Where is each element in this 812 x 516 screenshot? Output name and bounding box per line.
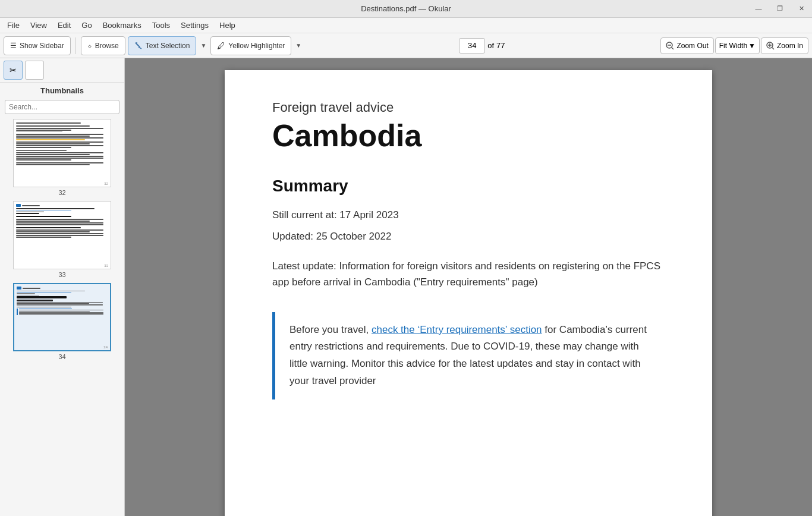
thumbnail-frame-33: 33 [13, 201, 111, 269]
close-button[interactable]: ✕ [791, 0, 812, 18]
thumb-page-label-33: 33 [104, 264, 108, 268]
page-navigation: 34 of 77 [459, 38, 505, 54]
still-current-text: Still current at: 17 April 2023 [272, 207, 665, 223]
sidebar-tabs: ✂ [0, 58, 124, 83]
menu-help[interactable]: Help [215, 19, 240, 32]
thumbnail-item-34[interactable]: 34 34 [2, 283, 122, 360]
pdf-page: Foreign travel advice Cambodia Summary S… [225, 70, 712, 516]
latest-update-text: Latest update: Information for foreign v… [272, 258, 665, 290]
sidebar: ✂ Thumbnails [0, 58, 125, 516]
titlebar: Destinations.pdf — Okular — ❐ ✕ [0, 0, 812, 18]
sidebar-panel-label: Thumbnails [0, 83, 124, 97]
thumbnail-item-33[interactable]: 33 33 [2, 201, 122, 278]
browse-icon: ⬦ [87, 41, 92, 50]
toolbar-separator-1 [75, 37, 76, 54]
zoom-fit-arrow: ▼ [748, 42, 756, 50]
menu-settings[interactable]: Settings [176, 19, 213, 32]
browse-label: Browse [95, 42, 119, 50]
blue-bar-section: Before you travel, check the ‘Entry requ… [272, 312, 665, 400]
thumb-page-label-32: 32 [104, 182, 108, 185]
zoom-fit-dropdown[interactable]: Fit Width ▼ [715, 37, 760, 54]
maximize-button[interactable]: ❐ [769, 0, 791, 18]
entry-requirements-link[interactable]: check the ‘Entry requirements’ section [372, 324, 542, 335]
toolbar: ☰ Show Sidebar ⬦ Browse Text Selection ▼… [0, 33, 812, 58]
sidebar-icon: ☰ [10, 42, 17, 50]
menubar: File View Edit Go Bookmarks Tools Settin… [0, 18, 812, 33]
page-separator: of [487, 41, 494, 50]
sidebar-search-input[interactable] [5, 100, 119, 114]
body-prefix: Before you travel, [289, 324, 372, 335]
zoom-fit-label: Fit Width [719, 42, 747, 50]
thumb-page-label-34: 34 [103, 345, 108, 349]
menu-go[interactable]: Go [77, 19, 96, 32]
highlighter-button[interactable]: 🖊 Yellow Highlighter [210, 36, 291, 55]
scissors-icon: ✂ [10, 65, 17, 75]
window-title: Destinations.pdf — Okular [361, 4, 451, 13]
main-area: ✂ Thumbnails [0, 58, 812, 516]
zoom-controls: Zoom Out Fit Width ▼ Zoom In [660, 37, 808, 54]
svg-line-0 [136, 43, 140, 47]
browse-button[interactable]: ⬦ Browse [81, 36, 125, 55]
zoom-out-label: Zoom Out [676, 42, 708, 50]
text-selection-icon [134, 42, 143, 50]
thumbnails-container[interactable]: 32 32 [0, 117, 124, 516]
page-header: Foreign travel advice [272, 100, 665, 115]
menu-view[interactable]: View [26, 19, 52, 32]
page-total: 77 [496, 41, 505, 50]
highlighter-dropdown-arrow[interactable]: ▼ [294, 42, 303, 49]
updated-text: Updated: 25 October 2022 [272, 229, 665, 244]
pdf-viewer[interactable]: Foreign travel advice Cambodia Summary S… [125, 58, 812, 516]
svg-line-5 [672, 48, 673, 49]
thumbnail-frame-34: 34 [13, 283, 111, 351]
thumb-num-32: 32 [58, 189, 65, 196]
sidebar-search-area [0, 97, 124, 117]
thumb-num-34: 34 [58, 353, 65, 360]
menu-bookmarks[interactable]: Bookmarks [98, 19, 146, 32]
zoom-in-button[interactable]: Zoom In [761, 37, 808, 54]
highlighter-icon: 🖊 [217, 41, 225, 51]
thumbnail-frame-32: 32 [13, 119, 111, 187]
zoom-out-icon [666, 42, 674, 50]
menu-tools[interactable]: Tools [147, 19, 175, 32]
thumbnail-item-32[interactable]: 32 32 [2, 119, 122, 196]
page-number-input[interactable]: 34 [459, 38, 485, 54]
thumb-num-33: 33 [58, 271, 65, 278]
svg-line-9 [772, 48, 774, 49]
menu-edit[interactable]: Edit [53, 19, 75, 32]
menu-file[interactable]: File [2, 19, 24, 32]
text-selection-button[interactable]: Text Selection [128, 36, 197, 55]
sidebar-tab-other[interactable] [25, 61, 44, 80]
section-summary-title: Summary [272, 177, 665, 196]
svg-line-1 [139, 47, 141, 49]
sidebar-tab-thumbnails[interactable]: ✂ [4, 61, 23, 80]
show-sidebar-label: Show Sidebar [20, 42, 64, 50]
text-selection-label: Text Selection [146, 42, 190, 50]
zoom-in-icon [766, 42, 775, 50]
text-selection-dropdown-arrow[interactable]: ▼ [199, 42, 208, 49]
blue-bar-body: Before you travel, check the ‘Entry requ… [289, 322, 650, 391]
zoom-in-label: Zoom In [777, 42, 803, 50]
page-title-cambodia: Cambodia [272, 119, 665, 153]
show-sidebar-button[interactable]: ☰ Show Sidebar [4, 36, 71, 55]
zoom-out-button[interactable]: Zoom Out [660, 37, 713, 54]
window-controls: — ❐ ✕ [748, 0, 812, 17]
minimize-button[interactable]: — [748, 0, 769, 18]
highlighter-label: Yellow Highlighter [228, 42, 285, 50]
